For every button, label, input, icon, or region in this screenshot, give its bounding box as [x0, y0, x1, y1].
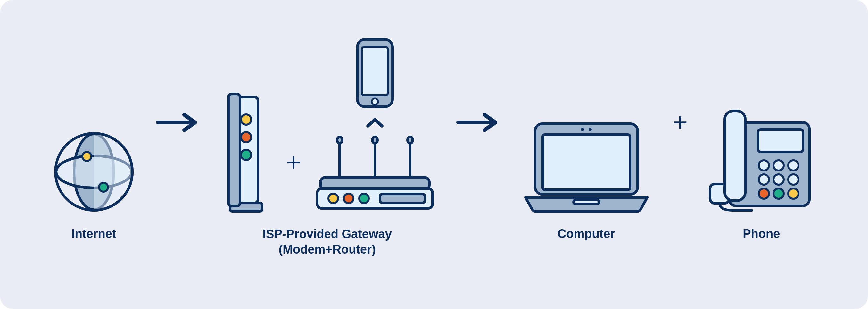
network-diagram: Internet — [0, 0, 868, 309]
svg-point-26 — [344, 194, 353, 203]
svg-point-20 — [372, 137, 377, 143]
svg-point-21 — [408, 137, 413, 143]
plus-icon: + — [673, 52, 688, 257]
svg-point-47 — [788, 188, 799, 199]
svg-point-39 — [759, 160, 769, 171]
svg-point-41 — [788, 160, 799, 171]
svg-point-33 — [581, 128, 584, 131]
laptop-icon — [519, 52, 654, 214]
svg-point-25 — [329, 194, 338, 203]
svg-rect-30 — [543, 135, 630, 190]
node-internet: Internet — [52, 52, 135, 257]
label-internet: Internet — [71, 226, 116, 257]
diagram-row: Internet — [0, 0, 868, 309]
desk-phone-icon — [707, 52, 816, 214]
svg-rect-14 — [362, 47, 388, 95]
globe-icon — [52, 52, 135, 214]
label-gateway: ISP-Provided Gateway (Modem+Router) — [262, 227, 392, 257]
svg-rect-38 — [758, 129, 803, 152]
svg-point-15 — [372, 98, 378, 105]
svg-point-5 — [99, 183, 108, 192]
node-phone: Phone — [707, 52, 816, 257]
router-icon — [314, 135, 436, 214]
svg-point-45 — [759, 188, 769, 199]
plus-icon: + — [286, 150, 301, 214]
svg-rect-32 — [574, 200, 599, 204]
modem-icon — [219, 91, 273, 214]
arrow-icon — [155, 52, 199, 257]
svg-point-40 — [773, 160, 784, 171]
svg-point-44 — [788, 174, 799, 185]
router-with-phone — [314, 36, 436, 214]
svg-rect-9 — [228, 94, 240, 206]
node-gateway: + — [219, 52, 436, 257]
svg-point-12 — [241, 150, 251, 160]
chevron-up-icon — [365, 117, 384, 130]
svg-point-10 — [241, 115, 251, 125]
label-computer: Computer — [558, 226, 615, 257]
svg-point-19 — [337, 137, 342, 143]
svg-rect-37 — [725, 111, 745, 200]
arrow-icon — [455, 52, 500, 257]
svg-point-34 — [589, 128, 592, 131]
svg-point-42 — [759, 174, 769, 185]
svg-point-27 — [359, 194, 369, 203]
svg-point-4 — [82, 152, 91, 161]
svg-rect-24 — [380, 194, 425, 203]
label-phone: Phone — [743, 226, 780, 257]
node-computer: Computer — [519, 52, 654, 257]
svg-point-43 — [773, 174, 784, 185]
svg-point-46 — [773, 188, 784, 199]
svg-point-11 — [241, 132, 251, 142]
smartphone-icon — [354, 36, 396, 111]
